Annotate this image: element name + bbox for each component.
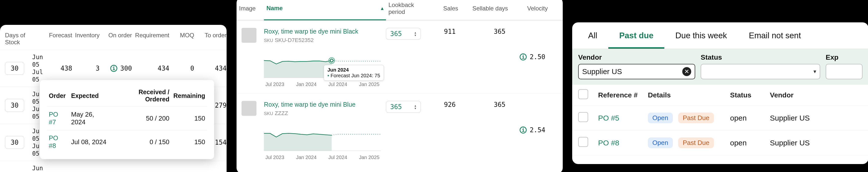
product-sku: SKU ZZZZ	[264, 110, 386, 116]
info-icon[interactable]	[110, 65, 117, 72]
chart-x-axis: Jul 2023Jan 2024Jul 2024Jan 2025	[264, 154, 381, 160]
product-table-header: Image Name ▴ Lookback period Sales Sella…	[237, 0, 563, 21]
col-vendor: Vendor	[770, 91, 863, 99]
on-order-popover: Order Expected Received / Ordered Remain…	[40, 80, 214, 159]
forecast-value: 438	[40, 65, 72, 72]
po-expected: May 26, 2024	[69, 107, 112, 130]
po-vendor: Supplier US	[770, 139, 863, 147]
purchase-orders-panel: AllPast dueDue this weekEmail not sent V…	[572, 22, 868, 164]
col-moq: MOQ	[169, 32, 194, 46]
lookback-input[interactable]: 365 ▴▾	[386, 101, 421, 113]
col-to-order: To order	[194, 32, 226, 46]
row-checkbox[interactable]	[578, 112, 588, 122]
product-row: Roxy, time warp tie dye mini Black SKU S…	[237, 21, 563, 93]
vendor-filter-label: Vendor	[578, 54, 695, 61]
col-name-label: Name	[267, 5, 283, 12]
stepper-icon[interactable]: ▴▾	[414, 31, 416, 37]
days-of-stock-input[interactable]: 30	[5, 136, 24, 149]
po-status: open	[730, 114, 770, 122]
popover-row: PO #8 Jul 08, 2024 0 / 150 150	[47, 130, 207, 154]
exp-filter-input[interactable]	[826, 64, 863, 79]
lookback-input[interactable]: 365 ▴▾	[386, 28, 421, 40]
po-status: open	[730, 139, 770, 147]
svg-point-2	[330, 59, 333, 62]
velocity-chart[interactable]: Jul 2023Jan 2024Jul 2024Jan 2025 Jun 202…	[264, 51, 381, 86]
po-remaining: 150	[171, 130, 207, 154]
po-vendor: Supplier US	[770, 114, 863, 122]
velocity-value: 2.54	[510, 101, 550, 159]
chart-tooltip: Jun 2024 • Forecast Jun 2024: 75	[324, 65, 384, 81]
product-row: Roxy, time warp tie dye mini Blue SKU ZZ…	[237, 93, 563, 166]
row-checkbox[interactable]	[578, 137, 588, 147]
po-details: Open Past Due	[648, 137, 730, 148]
chart-x-axis: Jul 2023Jan 2024Jul 2024Jan 2025	[264, 81, 381, 87]
past-due-badge: Past Due	[678, 113, 714, 123]
col-requirement: Requirement	[132, 32, 169, 46]
po-remaining: 150	[171, 107, 207, 130]
stock-table-header: Days of Stock Forecast Inventory On orde…	[0, 25, 226, 50]
exp-filter-label: Exp	[826, 54, 863, 61]
stock-row: 30 Jun 05Jul 05 112 13 0 149 0 149	[0, 161, 226, 172]
product-sku: SKU SKU-D7E52352	[264, 37, 386, 43]
inventory-value: 3	[72, 65, 100, 72]
product-thumbnail[interactable]	[242, 101, 256, 116]
popover-col-remaining: Remaining	[171, 85, 207, 107]
col-lookback[interactable]: Lookback period	[386, 0, 431, 20]
col-on-order: On order	[100, 32, 132, 46]
popover-col-order: Order	[47, 85, 69, 107]
po-reference-link[interactable]: PO #5	[598, 114, 648, 122]
popover-row: PO #7 May 26, 2024 50 / 200 150	[47, 107, 207, 130]
open-badge: Open	[648, 113, 673, 123]
moq-value: 0	[169, 65, 194, 72]
po-link[interactable]: PO #8	[49, 134, 58, 149]
col-inventory: Inventory	[72, 32, 100, 46]
on-order-value: 300	[100, 65, 132, 72]
po-received-ordered: 50 / 200	[112, 107, 171, 130]
tab-due-this-week[interactable]: Due this week	[664, 22, 738, 49]
open-badge: Open	[648, 137, 673, 148]
sellable-days-value: 365	[461, 28, 510, 86]
days-of-stock-input[interactable]: 30	[5, 62, 24, 75]
velocity-chart[interactable]: Jul 2023Jan 2024Jul 2024Jan 2025	[264, 124, 381, 159]
to-order-value: 434	[194, 65, 226, 72]
col-reference: Reference #	[598, 91, 648, 99]
product-name-link[interactable]: Roxy, time warp tie dye mini Black	[264, 28, 386, 35]
info-icon[interactable]	[520, 127, 527, 134]
sort-asc-icon: ▴	[381, 5, 383, 11]
sales-value: 911	[431, 28, 461, 86]
col-sellable[interactable]: Sellable days	[461, 0, 510, 20]
po-filters: Vendor Supplier US Status Exp	[572, 49, 868, 85]
col-image[interactable]: Image	[237, 0, 264, 20]
po-details: Open Past Due	[648, 113, 730, 123]
col-forecast: Forecast	[40, 32, 72, 46]
popover-col-received: Received / Ordered	[112, 85, 171, 107]
stepper-icon[interactable]: ▴▾	[414, 104, 416, 110]
col-velocity[interactable]: Velocity	[510, 0, 550, 20]
status-filter-select[interactable]	[701, 64, 820, 79]
velocity-value: 2.50	[510, 28, 550, 86]
tab-past-due[interactable]: Past due	[608, 22, 664, 49]
po-expected: Jul 08, 2024	[69, 130, 112, 154]
col-name[interactable]: Name ▴	[264, 0, 386, 21]
info-icon[interactable]	[520, 54, 527, 60]
po-row: PO #8 Open Past Due open Supplier US	[572, 131, 868, 156]
select-all-checkbox[interactable]	[578, 89, 588, 99]
product-name-link[interactable]: Roxy, time warp tie dye mini Blue	[264, 101, 386, 108]
tab-email-not-sent[interactable]: Email not sent	[738, 22, 812, 49]
col-status: Status	[730, 91, 770, 99]
product-velocity-panel: Image Name ▴ Lookback period Sales Sella…	[237, 0, 563, 172]
tab-all[interactable]: All	[577, 22, 608, 49]
vendor-filter-input[interactable]: Supplier US	[578, 64, 695, 79]
clear-icon[interactable]	[682, 67, 691, 76]
po-reference-link[interactable]: PO #8	[598, 139, 648, 147]
po-tabs: AllPast dueDue this weekEmail not sent	[572, 22, 868, 49]
product-thumbnail[interactable]	[242, 28, 256, 43]
po-link[interactable]: PO #7	[49, 111, 58, 126]
col-sales[interactable]: Sales	[431, 0, 461, 20]
vendor-filter-value: Supplier US	[582, 67, 622, 76]
col-details: Details	[648, 91, 730, 99]
coverage-dates: Jun 05Jul 05	[28, 165, 43, 172]
past-due-badge: Past Due	[678, 137, 714, 148]
days-of-stock-input[interactable]: 30	[5, 99, 24, 112]
col-days-of-stock: Days of Stock	[5, 32, 40, 46]
